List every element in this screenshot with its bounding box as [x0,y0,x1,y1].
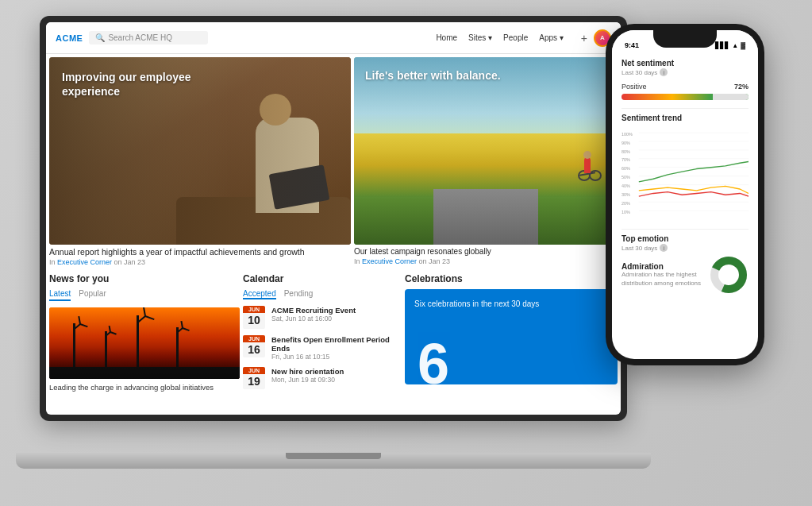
calendar-tab-pending[interactable]: Pending [284,289,314,299]
svg-text:70%: 70% [622,157,630,162]
sentiment-bar [622,94,749,100]
acme-logo: ACME [56,33,83,43]
calendar-event-3: JUN 19 New hire orientation Mon, Jun 19 … [243,367,402,390]
search-bar[interactable]: 🔍 Search ACME HQ [89,31,208,44]
svg-text:50%: 50% [622,175,630,180]
nav-sites[interactable]: Sites ▾ [468,33,492,42]
svg-text:40%: 40% [622,183,630,188]
emotion-info: Admiration Admiration has the highest di… [622,262,709,288]
svg-text:80%: 80% [622,149,630,154]
cal-day-2: 16 [243,342,265,358]
cal-event-time-3: Mon, Jun 19 at 09:30 [271,376,402,384]
cal-day-3: 19 [243,374,265,390]
hero-captions: Annual report highlights a year of impac… [46,245,621,268]
laptop-base [16,453,651,469]
bottom-row: News for you Latest Popular [46,268,621,415]
cal-month-3: JUN [243,367,265,374]
laptop-screen: ACME 🔍 Search ACME HQ Home Sites ▾ Peopl… [46,22,621,415]
svg-text:20%: 20% [622,201,630,206]
cal-event-title-3: New hire orientation [271,367,402,376]
net-sentiment-subtitle: Last 30 days i [622,68,749,76]
cal-info-2: Benefits Open Enrollment Period Ends Fri… [271,335,402,361]
cal-event-time-2: Fri, Jun 16 at 10:15 [271,353,402,361]
search-placeholder: Search ACME HQ [108,33,172,42]
cal-date-1: JUN 10 [243,306,265,329]
news-image-caption: Leading the charge in advancing global i… [49,383,240,392]
hero-link-2[interactable]: Executive Corner [362,257,417,265]
news-tab-popular[interactable]: Popular [79,289,106,301]
cal-event-title-2: Benefits Open Enrollment Period Ends [271,335,402,353]
nav-people[interactable]: People [503,33,528,42]
cal-event-title-1: ACME Recruiting Event [271,306,402,315]
nav-home[interactable]: Home [436,33,457,42]
info-icon-2: i [660,244,668,252]
trend-title: Sentiment trend [622,114,749,122]
search-icon: 🔍 [95,33,105,42]
phone-screen: 9:41 ▋▋▋ ▲ ▓ Net sentiment Last 30 days … [612,30,758,359]
emotion-sub: Last 30 days i [622,244,749,252]
calendar-section: Calendar Accepted Pending JUN 10 [243,273,402,411]
sharepoint-header: ACME 🔍 Search ACME HQ Home Sites ▾ Peopl… [46,22,621,54]
sentiment-trend-section: Sentiment trend 100% 90% 80% 70% 60% 50%… [622,114,749,224]
laptop-border: ACME 🔍 Search ACME HQ Home Sites ▾ Peopl… [40,16,627,421]
cal-day-1: 10 [243,313,265,329]
emotion-donut-chart [709,255,749,295]
calendar-event-2: JUN 16 Benefits Open Enrollment Period E… [243,335,402,361]
calendar-event-1: JUN 10 ACME Recruiting Event Sat, Jun 10… [243,306,402,329]
hero-link-1[interactable]: Executive Corner [57,258,112,266]
celebrations-card-text: Six celebrations in the next 30 days [414,299,608,310]
cal-info-1: ACME Recruiting Event Sat, Jun 10 at 16:… [271,306,402,323]
calendar-section-title: Calendar [243,273,402,284]
phone-status-icons: ▋▋▋ ▲ ▓ [715,42,745,49]
hero-card-2[interactable]: Life's better with balance. [354,57,618,245]
hero-card-1[interactable]: Improving our employee experience [49,57,351,245]
trend-chart-svg: 100% 90% 80% 70% 60% 50% 40% 30% 20% 10% [622,126,749,221]
signal-icon: ▋▋▋ [715,42,729,49]
positive-value: 72% [734,83,749,91]
phone-notch [653,30,717,48]
svg-text:90%: 90% [622,141,630,145]
info-icon: i [660,68,668,76]
cal-date-3: JUN 19 [243,367,265,390]
phone: 9:41 ▋▋▋ ▲ ▓ Net sentiment Last 30 days … [606,24,764,365]
add-icon[interactable]: + [581,32,587,44]
calendar-tab-accepted[interactable]: Accepted [243,289,276,299]
cal-month-1: JUN [243,306,265,313]
svg-text:100%: 100% [622,132,633,137]
cal-info-3: New hire orientation Mon, Jun 19 at 09:3… [271,367,402,384]
news-tab-latest[interactable]: Latest [49,289,71,301]
celebrations-section: Celebrations Six celebrations in the nex… [405,273,618,411]
scene: ACME 🔍 Search ACME HQ Home Sites ▾ Peopl… [0,0,812,506]
hero-caption-1-text: Annual report highlights a year of impac… [49,247,351,257]
sentiment-positive-row: Positive 72% [622,83,749,91]
hero-meta-2: In Executive Corner on Jan 23 [354,257,618,265]
sp-content: Improving our employee experience [46,54,621,415]
divider-2 [622,229,749,230]
battery-icon: ▓ [741,42,745,49]
emotion-row: Admiration Admiration has the highest di… [622,255,749,295]
net-sentiment-title: Net sentiment [622,59,749,68]
hero-title-2: Life's better with balance. [365,68,501,83]
emotion-name: Admiration [622,262,709,271]
svg-text:30%: 30% [622,192,630,197]
svg-text:10%: 10% [622,210,630,214]
phone-content: Net sentiment Last 30 days i Positive 72… [612,52,758,301]
cal-month-2: JUN [243,335,265,342]
news-tabs: Latest Popular [49,289,240,301]
cal-event-time-1: Sat, Jun 10 at 16:00 [271,315,402,323]
hero-caption-2-text: Our latest campaign resonates globally [354,247,618,256]
emotion-desc: Admiration has the highest distribution … [622,271,709,288]
nav-apps[interactable]: Apps ▾ [539,33,564,42]
hero-meta-1: In Executive Corner on Jan 23 [49,258,351,266]
positive-label: Positive [622,83,647,91]
top-nav: Home Sites ▾ People Apps ▾ + A [436,29,611,47]
celebrations-title: Celebrations [405,273,618,284]
celebrations-card[interactable]: Six celebrations in the next 30 days 6 [405,289,618,384]
top-emotion-section: Top emotion Last 30 days i Admiration Ad… [622,234,749,295]
svg-text:60%: 60% [622,166,630,171]
news-image [49,307,240,379]
emotion-title: Top emotion [622,234,749,243]
hero-row: Improving our employee experience [46,54,621,245]
phone-time: 9:41 [625,41,639,49]
hero-title-1: Improving our employee experience [62,70,205,98]
